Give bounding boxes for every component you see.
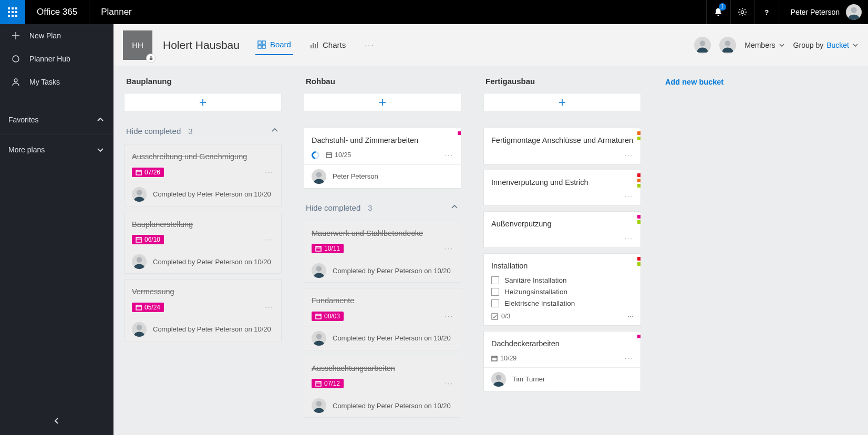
checklist-count: 0/3 bbox=[501, 313, 510, 320]
app-launcher-button[interactable] bbox=[0, 0, 25, 24]
groupby-dropdown[interactable]: Group by Bucket bbox=[793, 41, 859, 49]
member-avatar[interactable] bbox=[694, 37, 711, 54]
checklist-item[interactable]: Sanitäre Installation bbox=[491, 276, 633, 284]
question-icon: ? bbox=[762, 7, 771, 17]
suite-brand[interactable]: Office 365 bbox=[25, 0, 89, 24]
assignee-avatar bbox=[312, 263, 326, 278]
plan-title: Holert Hausbau bbox=[163, 39, 240, 51]
help-button[interactable]: ? bbox=[755, 0, 779, 24]
completed-by-text: Completed by Peter Peterson on 10/20 bbox=[333, 267, 451, 275]
svg-rect-16 bbox=[262, 41, 265, 44]
svg-rect-26 bbox=[492, 314, 498, 319]
chevron-up-icon bbox=[271, 127, 278, 134]
due-date-badge: 07/12 bbox=[312, 379, 344, 388]
completed-by-text: Completed by Peter Peterson on 10/20 bbox=[153, 190, 271, 198]
task-more-button[interactable]: ··· bbox=[445, 245, 453, 252]
checklist-item[interactable]: Heizungsinstallation bbox=[491, 288, 633, 296]
assignee-avatar bbox=[132, 187, 147, 202]
svg-rect-9 bbox=[15, 15, 17, 17]
checkbox[interactable] bbox=[491, 288, 499, 296]
task-card[interactable]: Dachstuhl- und Zimmerarbeiten 10/25 ··· … bbox=[304, 128, 461, 189]
task-card[interactable]: Außenverputzung ··· bbox=[483, 211, 641, 248]
nav-label: Planner Hub bbox=[29, 55, 70, 63]
svg-rect-4 bbox=[8, 11, 10, 13]
task-card[interactable]: Vermessung 05/24 ··· Completed by Peter … bbox=[124, 279, 282, 341]
bucket-title[interactable]: Fertigausbau bbox=[483, 72, 641, 88]
task-card[interactable]: Mauerwerk und Stahlbetondecke 10/11 ··· … bbox=[304, 221, 461, 283]
section-label: Favorites bbox=[8, 116, 39, 124]
member-avatar[interactable] bbox=[719, 37, 736, 54]
svg-point-10 bbox=[741, 11, 743, 13]
lock-icon bbox=[146, 54, 156, 63]
charts-icon bbox=[310, 41, 318, 49]
checkbox[interactable] bbox=[491, 299, 499, 307]
sidebar-more-plans[interactable]: More plans bbox=[0, 138, 113, 161]
bucket-rohbau: Rohbau Dachstuhl- und Zimmerarbeiten 10/… bbox=[304, 72, 461, 418]
category-stripe bbox=[637, 215, 640, 219]
task-card[interactable]: Bauplanerstellung 06/10 ··· Completed by… bbox=[124, 212, 282, 274]
task-more-button[interactable]: ··· bbox=[628, 313, 633, 320]
sidebar-new-plan[interactable]: New Plan bbox=[0, 24, 113, 47]
task-more-button[interactable]: ··· bbox=[625, 355, 633, 362]
svg-rect-2 bbox=[12, 7, 14, 9]
add-task-button[interactable] bbox=[124, 93, 282, 112]
svg-rect-14 bbox=[149, 58, 152, 60]
topbar: Office 365 Planner 1 ? Peter Peterson bbox=[0, 0, 868, 24]
task-card[interactable]: Innenverputzung und Estrich ··· bbox=[483, 170, 641, 206]
checkbox[interactable] bbox=[491, 276, 499, 284]
task-more-button[interactable]: ··· bbox=[265, 236, 274, 243]
members-dropdown[interactable]: Members bbox=[745, 41, 784, 49]
section-label: More plans bbox=[8, 146, 45, 154]
task-more-button[interactable]: ··· bbox=[445, 151, 453, 159]
tab-board[interactable]: Board bbox=[255, 35, 293, 55]
category-stripe bbox=[637, 184, 640, 188]
bucket-title[interactable]: Bauplanung bbox=[124, 72, 282, 88]
checklist-item[interactable]: Elektrische Installation bbox=[491, 299, 633, 307]
task-card[interactable]: Ausschreibung und Genehmigung 07/26 ··· … bbox=[124, 144, 282, 206]
task-title: Ausschreibung und Genehmigung bbox=[132, 152, 274, 162]
sidebar-my-tasks[interactable]: My Tasks bbox=[0, 70, 113, 94]
category-stripe bbox=[637, 179, 640, 182]
user-name: Peter Peterson bbox=[791, 8, 840, 16]
tab-charts[interactable]: Charts bbox=[308, 35, 348, 55]
task-more-button[interactable]: ··· bbox=[625, 235, 633, 242]
task-card[interactable]: Fertigmontage Anschlüsse und Armaturen ·… bbox=[483, 128, 641, 164]
add-task-button[interactable] bbox=[304, 93, 461, 112]
task-card[interactable]: Dachdeckerarbeiten 10/29 ··· Tim Turner bbox=[483, 331, 641, 391]
hide-completed-toggle[interactable]: Hide completed 3 bbox=[304, 194, 461, 215]
hide-completed-count: 3 bbox=[368, 203, 372, 212]
svg-rect-17 bbox=[258, 45, 261, 48]
sidebar-collapse-button[interactable] bbox=[0, 412, 113, 430]
task-more-button[interactable]: ··· bbox=[625, 193, 633, 200]
user-menu[interactable]: Peter Peterson bbox=[779, 0, 868, 24]
task-card[interactable]: Ausschachtungsarbeiten 07/12 ··· Complet… bbox=[304, 356, 461, 418]
task-card[interactable]: Installation Sanitäre Installation Heizu… bbox=[483, 253, 641, 326]
task-more-button[interactable]: ··· bbox=[625, 151, 633, 159]
add-task-button[interactable] bbox=[483, 93, 641, 112]
settings-button[interactable] bbox=[730, 0, 755, 24]
svg-rect-27 bbox=[492, 356, 497, 361]
due-date-badge: 05/24 bbox=[132, 303, 164, 312]
task-more-button[interactable]: ··· bbox=[445, 380, 453, 387]
task-title: Ausschachtungsarbeiten bbox=[312, 364, 453, 374]
task-title: Außenverputzung bbox=[491, 219, 633, 230]
notifications-button[interactable]: 1 bbox=[706, 0, 730, 24]
category-stripe bbox=[637, 262, 640, 266]
due-date-badge: 07/26 bbox=[132, 168, 164, 177]
assignee-name: Peter Peterson bbox=[333, 172, 378, 180]
bucket-title[interactable]: Rohbau bbox=[304, 72, 461, 88]
task-card[interactable]: Fundamente 08/03 ··· Completed by Peter … bbox=[304, 288, 461, 350]
more-menu[interactable]: ··· bbox=[363, 35, 377, 55]
task-more-button[interactable]: ··· bbox=[265, 304, 274, 311]
task-more-button[interactable]: ··· bbox=[265, 169, 274, 176]
sidebar-favorites[interactable]: Favorites bbox=[0, 108, 113, 131]
task-more-button[interactable]: ··· bbox=[445, 313, 453, 320]
sidebar-planner-hub[interactable]: Planner Hub bbox=[0, 47, 113, 70]
task-title: Vermessung bbox=[132, 287, 274, 297]
add-bucket-button[interactable]: Add new bucket bbox=[663, 72, 726, 91]
svg-rect-23 bbox=[316, 246, 321, 251]
plus-icon bbox=[199, 98, 207, 107]
main-area: HH Holert Hausbau Board Charts ··· Membe… bbox=[113, 24, 868, 435]
plan-tile[interactable]: HH bbox=[123, 30, 152, 60]
hide-completed-toggle[interactable]: Hide completed 3 bbox=[124, 117, 282, 139]
